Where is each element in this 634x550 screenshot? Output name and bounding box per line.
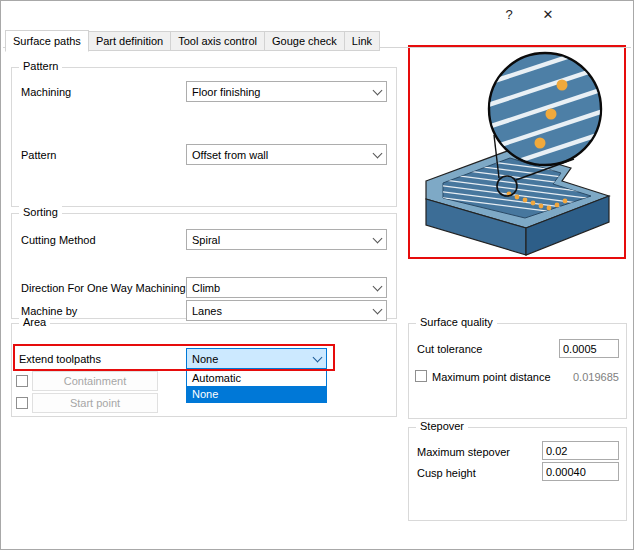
extend-toolpaths-value: None (187, 353, 309, 365)
help-button[interactable]: ? (498, 5, 520, 25)
max-stepover-input[interactable] (542, 441, 619, 460)
toolpath-preview-frame (408, 45, 626, 259)
machine-by-combo[interactable]: Lanes (186, 300, 387, 321)
machining-value: Floor finishing (187, 86, 369, 98)
chevron-down-icon (369, 153, 386, 157)
machining-label: Machining (21, 85, 71, 99)
pattern-combo[interactable]: Offset from wall (186, 144, 387, 165)
tab-link[interactable]: Link (345, 31, 380, 51)
tab-part-definition[interactable]: Part definition (89, 31, 171, 51)
stepover-group-title: Stepover (416, 420, 468, 432)
direction-label: Direction For One Way Machining (21, 281, 186, 295)
cut-tolerance-label: Cut tolerance (417, 342, 482, 356)
direction-value: Climb (187, 282, 369, 294)
tab-strip: Surface paths Part definition Tool axis … (5, 30, 380, 51)
extend-toolpaths-dropdown: Automatic None (186, 369, 327, 403)
preview-image (410, 47, 624, 257)
start-point-button[interactable]: Start point (32, 393, 158, 413)
cutting-method-value: Spiral (187, 234, 369, 246)
dropdown-option-automatic[interactable]: Automatic (187, 370, 326, 386)
max-point-distance-checkbox[interactable] (415, 370, 427, 382)
chevron-down-icon (369, 238, 386, 242)
dropdown-option-none[interactable]: None (187, 386, 326, 402)
cutting-method-label: Cutting Method (21, 233, 96, 247)
max-point-distance-value: 0.019685 (573, 370, 619, 384)
max-point-distance-label: Maximum point distance (432, 370, 551, 384)
area-group-title: Area (19, 316, 50, 328)
pattern-value: Offset from wall (187, 149, 369, 161)
cutting-method-combo[interactable]: Spiral (186, 229, 387, 250)
surface-paths-dialog: ? ✕ Surface paths Part definition Tool a… (0, 0, 634, 550)
chevron-down-icon (369, 90, 386, 94)
chevron-down-icon (369, 309, 386, 313)
pattern-label: Pattern (21, 148, 56, 162)
cut-tolerance-input[interactable] (559, 339, 619, 358)
containment-checkbox[interactable] (16, 375, 28, 387)
containment-button[interactable]: Containment (32, 371, 158, 391)
cusp-height-input[interactable] (542, 462, 619, 481)
sorting-group-title: Sorting (19, 206, 62, 218)
tab-gouge-check[interactable]: Gouge check (265, 31, 345, 51)
start-point-checkbox[interactable] (16, 397, 28, 409)
extend-toolpaths-combo[interactable]: None (186, 348, 327, 369)
pattern-group-title: Pattern (19, 60, 62, 72)
direction-combo[interactable]: Climb (186, 277, 387, 298)
tab-tool-axis-control[interactable]: Tool axis control (171, 31, 265, 51)
machining-combo[interactable]: Floor finishing (186, 81, 387, 102)
extend-toolpaths-label: Extend toolpaths (19, 352, 101, 366)
chevron-down-icon (369, 286, 386, 290)
tab-surface-paths[interactable]: Surface paths (5, 30, 89, 52)
close-button[interactable]: ✕ (537, 5, 559, 25)
max-stepover-label: Maximum stepover (417, 445, 510, 459)
machine-by-value: Lanes (187, 305, 369, 317)
surface-quality-title: Surface quality (416, 316, 497, 328)
chevron-down-icon (309, 357, 326, 361)
cusp-height-label: Cusp height (417, 466, 476, 480)
